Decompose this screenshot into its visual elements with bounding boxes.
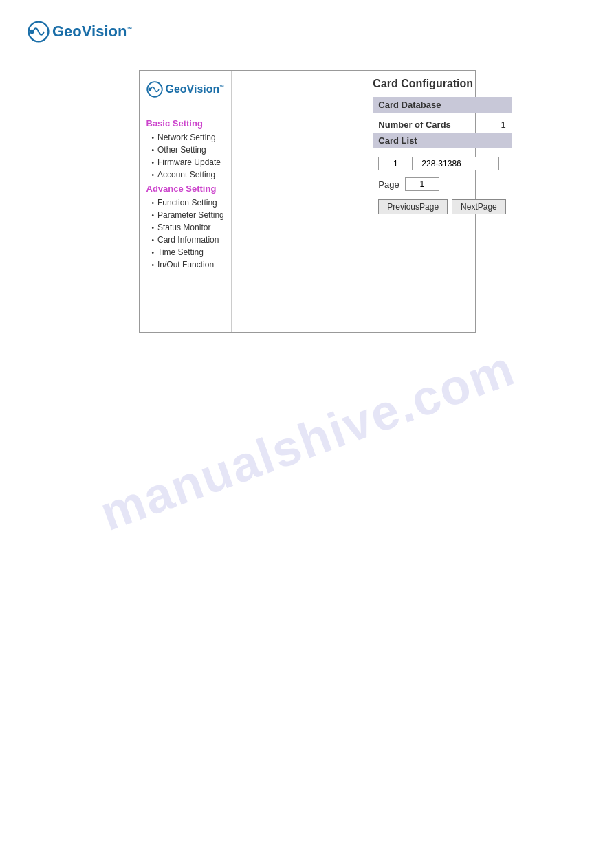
previous-page-button[interactable]: PreviousPage (378, 199, 448, 214)
sidebar-logo-icon (146, 81, 163, 98)
nav-label-status-monitor: Status Monitor (157, 223, 210, 232)
bullet-other-setting: • (152, 146, 155, 154)
card-id-input[interactable] (378, 157, 413, 170)
next-page-button[interactable]: NextPage (452, 199, 506, 214)
page-input[interactable] (405, 177, 439, 191)
top-logo-text: GeoVision™ (52, 23, 132, 41)
advance-setting-title: Advance Setting (146, 183, 225, 194)
number-of-cards-label: Number of Cards (378, 120, 450, 130)
card-list-row (373, 153, 511, 175)
main-area: GeoVision™ Basic Setting • Network Setti… (0, 56, 614, 346)
svg-point-3 (148, 88, 151, 91)
bullet-account-setting: • (152, 171, 155, 179)
main-panel: GeoVision™ Basic Setting • Network Setti… (139, 70, 476, 333)
bullet-firmware-update: • (152, 159, 155, 166)
bullet-time-setting: • (152, 249, 155, 256)
nav-label-firmware-update: Firmware Update (157, 157, 221, 167)
svg-point-1 (30, 30, 34, 34)
bullet-status-monitor: • (152, 224, 155, 232)
sidebar-logo: GeoVision™ (146, 81, 225, 104)
navigation-buttons: PreviousPage NextPage (373, 194, 511, 220)
nav-label-inout-function: In/Out Function (157, 260, 214, 269)
nav-label-card-information: Card Information (157, 235, 219, 245)
page-title: Card Configuration (373, 78, 511, 90)
number-of-cards-value: 1 (501, 120, 506, 130)
sidebar-item-time-setting[interactable]: • Time Setting (146, 246, 225, 258)
number-of-cards-row: Number of Cards 1 (373, 117, 511, 133)
main-content: Card Configuration Card Database Number … (362, 71, 521, 332)
sidebar-logo-text: GeoVision™ (166, 83, 225, 96)
top-header: GeoVision™ (0, 0, 614, 56)
sidebar-item-card-information[interactable]: • Card Information (146, 234, 225, 246)
geovision-logo-icon (28, 21, 50, 43)
page-row: Page (373, 175, 511, 194)
bullet-parameter-setting: • (152, 212, 155, 219)
nav-label-account-setting: Account Setting (157, 170, 215, 179)
bullet-function-setting: • (152, 199, 155, 207)
sidebar-item-account-setting[interactable]: • Account Setting (146, 168, 225, 181)
nav-label-parameter-setting: Parameter Setting (157, 210, 224, 220)
nav-label-time-setting: Time Setting (157, 247, 204, 257)
nav-label-other-setting: Other Setting (157, 145, 206, 155)
sidebar-item-parameter-setting[interactable]: • Parameter Setting (146, 209, 225, 221)
sidebar-item-status-monitor[interactable]: • Status Monitor (146, 221, 225, 234)
watermark: manualshive.com (92, 340, 521, 542)
card-database-section-bar: Card Database (373, 97, 511, 113)
sidebar: GeoVision™ Basic Setting • Network Setti… (140, 71, 232, 332)
sidebar-item-other-setting[interactable]: • Other Setting (146, 144, 225, 156)
card-number-input[interactable] (417, 157, 499, 170)
top-logo: GeoVision™ (28, 21, 132, 43)
card-list-section-bar: Card List (373, 133, 511, 148)
sidebar-item-inout-function[interactable]: • In/Out Function (146, 258, 225, 271)
nav-label-function-setting: Function Setting (157, 198, 217, 208)
bullet-network-setting: • (152, 134, 155, 142)
page-label: Page (378, 179, 399, 190)
basic-setting-title: Basic Setting (146, 118, 225, 129)
sidebar-item-firmware-update[interactable]: • Firmware Update (146, 156, 225, 168)
sidebar-item-network-setting[interactable]: • Network Setting (146, 131, 225, 144)
bullet-card-information: • (152, 236, 155, 244)
bullet-inout-function: • (152, 261, 155, 269)
sidebar-item-function-setting[interactable]: • Function Setting (146, 197, 225, 209)
nav-label-network-setting: Network Setting (157, 133, 216, 142)
